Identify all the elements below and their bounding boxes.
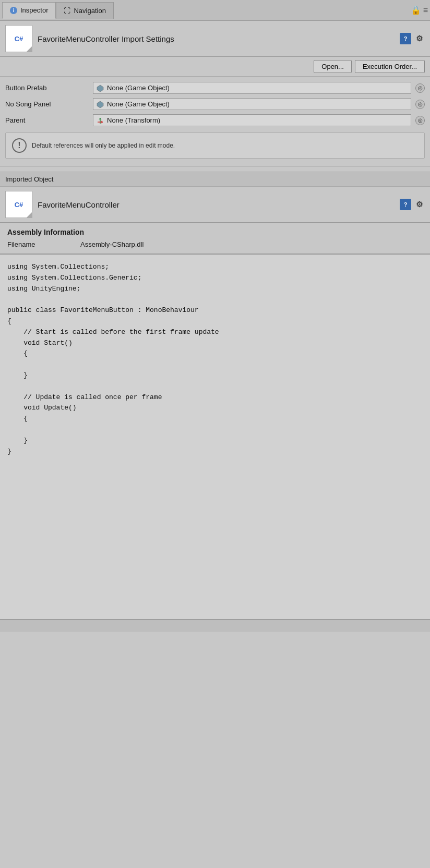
spacer-1 [0,166,430,172]
bottom-bar [0,619,430,632]
cs-file-icon: C# [5,25,32,52]
tab-inspector[interactable]: i Inspector [2,2,56,19]
help-button[interactable]: ? [400,33,411,44]
gear-button[interactable]: ⚙ [413,33,425,44]
code-line: { [7,348,423,359]
code-line [7,425,423,436]
imported-header-title: FavoriteMenuController [38,200,395,209]
field-value-parent[interactable]: None (Transform) [93,114,411,126]
open-button[interactable]: Open... [314,60,352,73]
imported-cs-icon-label: C# [15,201,23,209]
header-title: FavoriteMenuController Import Settings [38,34,395,43]
code-line: void Start() [7,338,423,349]
code-line: } [7,436,423,447]
execution-order-button[interactable]: Execution Order... [355,60,425,73]
imported-header-icons: ? ⚙ [400,199,425,210]
field-label-button-prefab: Button Prefab [5,84,89,92]
field-target-btn-parent[interactable]: ◎ [415,116,425,125]
assembly-filename-value: Assembly-CSharp.dll [80,240,144,248]
code-line [7,381,423,392]
navigation-tab-icon: ⛶ [64,7,70,15]
warning-text: Default references will only be applied … [32,142,175,149]
imported-object-label: Imported Object [5,175,54,183]
code-line: using System.Collections.Generic; [7,273,423,284]
gameobject-icon-1 [97,85,104,92]
code-line: { [7,414,423,425]
field-label-parent: Parent [5,116,89,124]
field-value-button-prefab[interactable]: None (Game Object) [93,82,411,94]
code-line: } [7,447,423,457]
code-line: using System.Collections; [7,262,423,273]
code-line: } [7,370,423,381]
svg-marker-1 [97,101,103,108]
code-line [7,294,423,305]
code-line: using UnityEngine; [7,284,423,295]
imported-object-section-header: Imported Object [0,172,430,187]
field-label-no-song-panel: No Song Panel [5,100,89,108]
imported-help-button[interactable]: ? [400,199,411,210]
imported-header-section: C# FavoriteMenuController ? ⚙ [0,187,430,223]
field-row-parent: Parent None (Transform) ◎ [5,112,425,128]
cs-icon-label: C# [15,35,23,43]
tab-bar-actions: 🔒 ≡ [411,5,428,15]
code-line: void Update() [7,403,423,414]
field-text-no-song-panel: None (Game Object) [107,100,170,108]
field-value-no-song-panel[interactable]: None (Game Object) [93,98,411,110]
assembly-section: Assembly Information Filename Assembly-C… [0,223,430,254]
code-line: // Update is called once per frame [7,392,423,403]
tab-bar: i Inspector ⛶ Navigation 🔒 ≡ [0,0,430,21]
tab-navigation[interactable]: ⛶ Navigation [56,2,113,19]
transform-icon [97,117,104,124]
field-target-btn-button-prefab[interactable]: ◎ [415,83,425,93]
assembly-row: Filename Assembly-CSharp.dll [7,240,423,248]
header-section: C# FavoriteMenuController Import Setting… [0,21,430,57]
menu-icon[interactable]: ≡ [423,6,428,15]
field-text-button-prefab: None (Game Object) [107,84,170,92]
field-row-no-song-panel: No Song Panel None (Game Object) ◎ [5,96,425,112]
code-section: using System.Collections;using System.Co… [0,254,430,619]
lock-icon[interactable]: 🔒 [411,5,421,15]
assembly-title: Assembly Information [7,228,423,236]
buttons-row: Open... Execution Order... [0,57,430,77]
field-text-parent: None (Transform) [107,116,160,124]
assembly-filename-label: Filename [7,240,70,248]
header-icons: ? ⚙ [400,33,425,44]
warning-icon: ! [12,138,27,153]
field-target-btn-no-song-panel[interactable]: ◎ [415,100,425,109]
svg-marker-0 [97,85,103,92]
code-line: public class FavoriteMenuButton : MonoBe… [7,305,423,316]
imported-cs-file-icon: C# [5,191,32,218]
code-line: // Start is called before the first fram… [7,327,423,338]
code-line: { [7,316,423,327]
gameobject-icon-2 [97,101,104,108]
fields-section: Button Prefab None (Game Object) ◎ No So… [0,77,430,166]
code-line [7,359,423,370]
field-row-button-prefab: Button Prefab None (Game Object) ◎ [5,80,425,96]
tab-inspector-label: Inspector [20,6,48,14]
imported-gear-button[interactable]: ⚙ [413,199,425,210]
tab-navigation-label: Navigation [74,7,105,15]
inspector-tab-icon: i [10,7,17,14]
warning-box: ! Default references will only be applie… [5,132,425,159]
